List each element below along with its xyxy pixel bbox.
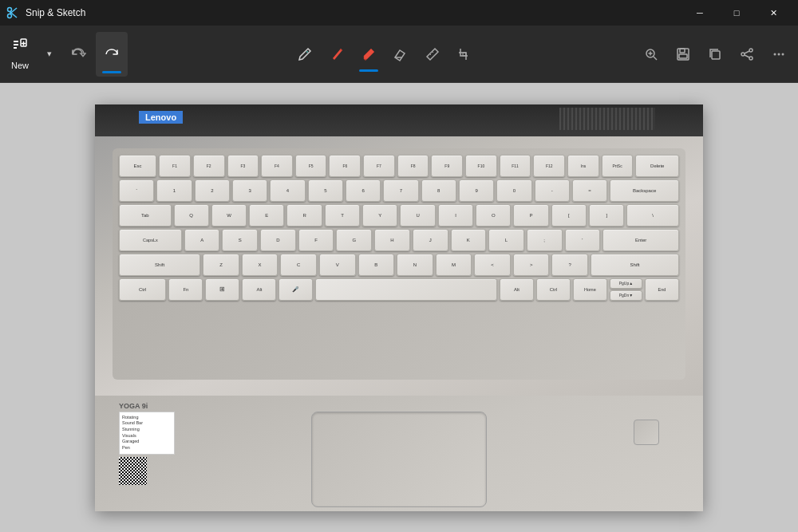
- key-semicolon: ;: [527, 229, 563, 251]
- close-button[interactable]: ✕: [755, 0, 792, 26]
- key-prtsc: PrtSc: [602, 155, 634, 177]
- key-row-numbers: ` 1 2 3 4 5 6 7 8 9 0 - =: [119, 179, 679, 202]
- ruler-button[interactable]: [417, 32, 448, 77]
- key-f8: F8: [397, 155, 429, 177]
- key-b: B: [358, 254, 395, 276]
- new-button[interactable]: New: [3, 32, 37, 77]
- maximize-button[interactable]: □: [718, 0, 755, 26]
- svg-point-0: [8, 14, 12, 18]
- new-chevron-button[interactable]: ▾: [38, 32, 61, 77]
- key-l: L: [488, 229, 524, 251]
- yoga-model-label: YOGA 9i: [119, 402, 175, 410]
- key-ctrl-left: Ctrl: [119, 278, 166, 301]
- svg-rect-15: [679, 54, 687, 58]
- key-f7: F7: [363, 155, 395, 177]
- key-ins: Ins: [567, 155, 599, 177]
- crop-button[interactable]: [448, 32, 480, 77]
- zoom-in-button[interactable]: [635, 32, 667, 77]
- key-2: 2: [195, 179, 230, 202]
- new-label: New: [11, 61, 29, 70]
- highlighter-button[interactable]: [353, 32, 385, 77]
- laptop-background: Lenovo Esc F1 F2 F3 F4 F5 F6: [95, 104, 703, 511]
- speaker-grille: [559, 108, 655, 130]
- lenovo-logo: Lenovo: [139, 111, 183, 124]
- save-button[interactable]: [667, 32, 699, 77]
- key-backspace: Backspace: [610, 179, 679, 202]
- share-icon: [740, 47, 754, 61]
- key-row-zxcv: Shift Z X C V B N M < > ? Shift: [119, 254, 679, 276]
- laptop-image: Lenovo Esc F1 F2 F3 F4 F5 F6: [95, 104, 703, 511]
- key-equals: =: [572, 179, 607, 202]
- fingerprint-sensor: [634, 420, 659, 445]
- key-enter: Enter: [602, 229, 679, 251]
- key-tab: Tab: [119, 204, 172, 227]
- key-shift-left: Shift: [119, 254, 200, 276]
- undo-icon: [70, 46, 86, 62]
- key-ctrl-right: Ctrl: [536, 278, 571, 301]
- copy-button[interactable]: [699, 32, 731, 77]
- key-f4: F4: [261, 155, 293, 177]
- key-r: R: [286, 204, 322, 227]
- key-mic: 🎤: [279, 278, 313, 301]
- arrow-cluster: PgUp▲ PgDn▼: [610, 278, 642, 301]
- key-f6: F6: [329, 155, 361, 177]
- ballpoint-pen-icon: [297, 46, 313, 62]
- key-f2: F2: [193, 155, 225, 177]
- key-f11: F11: [500, 155, 531, 177]
- key-f10: F10: [465, 155, 497, 177]
- key-8: 8: [421, 179, 456, 202]
- key-d: D: [260, 229, 296, 251]
- title-bar: Snip & Sketch ─ □ ✕: [0, 0, 798, 26]
- share-button[interactable]: [731, 32, 763, 77]
- key-1: 1: [156, 179, 192, 202]
- key-m: M: [436, 254, 472, 276]
- qr-code: [119, 457, 147, 485]
- title-bar-controls: ─ □ ✕: [681, 0, 792, 26]
- svg-rect-16: [712, 51, 720, 59]
- svg-line-20: [745, 51, 749, 53]
- highlighter-icon: [361, 46, 377, 62]
- ruler-icon: [425, 46, 440, 62]
- key-slash: ?: [551, 254, 588, 276]
- key-f3: F3: [227, 155, 259, 177]
- toolbar-left: New ▾: [3, 32, 134, 77]
- eraser-button[interactable]: [385, 32, 417, 77]
- touchpad: [311, 412, 487, 507]
- key-o: O: [476, 204, 511, 227]
- key-t: T: [325, 204, 360, 227]
- key-h: H: [374, 229, 410, 251]
- key-delete: Delete: [635, 155, 679, 177]
- key-row-bottom: Ctrl Fn ⊞ Alt 🎤 Alt Ctrl Home PgUp▲ PgD: [119, 278, 679, 301]
- key-backtick: `: [119, 179, 154, 202]
- key-row-function: Esc F1 F2 F3 F4 F5 F6 F7 F8 F9 F10 F11: [119, 155, 679, 177]
- key-esc: Esc: [119, 155, 156, 177]
- svg-point-19: [749, 57, 753, 60]
- key-z: Z: [203, 254, 239, 276]
- svg-point-5: [306, 51, 308, 53]
- svg-point-1: [8, 8, 12, 12]
- sticker-text: RotatingSound BarStunningVisualsGaragedP…: [122, 415, 172, 451]
- key-backslash: \: [626, 204, 679, 227]
- key-p: P: [513, 204, 548, 227]
- key-k: K: [451, 229, 487, 251]
- undo-button[interactable]: [62, 32, 94, 77]
- minimize-button[interactable]: ─: [681, 0, 718, 26]
- calligraphy-pen-icon: [329, 46, 345, 62]
- calligraphy-pen-button[interactable]: [321, 32, 353, 77]
- key-x: X: [242, 254, 279, 276]
- ballpoint-pen-button[interactable]: [289, 32, 321, 77]
- redo-button[interactable]: [96, 32, 128, 77]
- key-rbracket: ]: [589, 204, 624, 227]
- svg-line-12: [654, 57, 657, 60]
- key-0: 0: [496, 179, 531, 202]
- more-options-button[interactable]: [763, 32, 795, 77]
- key-a: A: [184, 229, 220, 251]
- key-f: F: [298, 229, 334, 251]
- zoom-in-icon: [644, 47, 658, 61]
- toolbar: New ▾: [0, 26, 798, 83]
- more-options-icon: [772, 47, 786, 61]
- key-space: [315, 278, 497, 301]
- key-u: U: [400, 204, 435, 227]
- key-win: ⊞: [205, 278, 239, 301]
- key-shift-right: Shift: [591, 254, 679, 276]
